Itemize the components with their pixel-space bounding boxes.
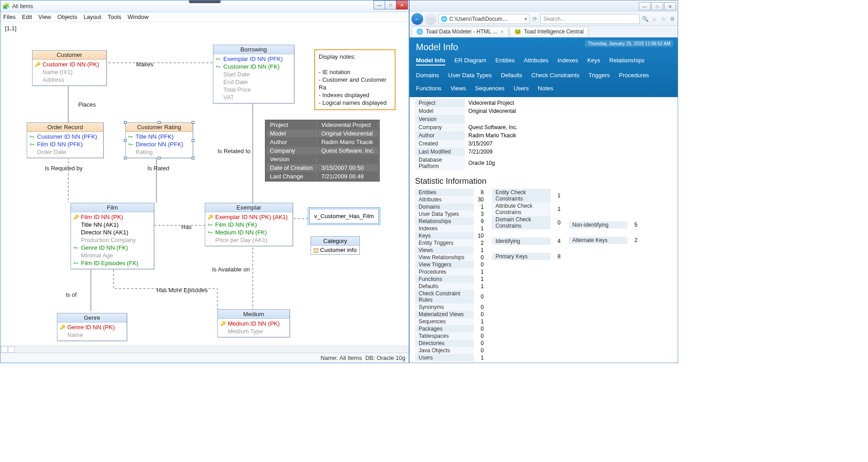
attribute: Director NN (AK1) [73, 229, 152, 236]
tools-icon[interactable]: ⚙ [669, 15, 676, 23]
nav-entities[interactable]: Entities [495, 57, 515, 65]
status-name: All Items [340, 355, 362, 361]
table-row: View Triggers0 [415, 261, 487, 268]
forward-button[interactable]: → [425, 13, 437, 25]
nav-attributes[interactable]: Attributes [524, 57, 548, 65]
report-header: Thursday, January 25, 2018 11:06:52 AM M… [410, 37, 678, 97]
nav-notes[interactable]: Notes [538, 85, 553, 92]
toad-icon: 🐸 [514, 28, 521, 35]
entity-borrowing[interactable]: Borrowing Exemplar ID NN (PFK)Customer I… [213, 45, 294, 103]
nav-functions[interactable]: Functions [416, 85, 441, 92]
browser-min-button[interactable]: — [639, 2, 651, 10]
table-row: Version [415, 115, 672, 123]
menu-objects[interactable]: Objects [57, 14, 77, 20]
ie-icon: 🌐 [441, 16, 448, 22]
entity-body: Title NN (PFK)Director NN (PFK)Rating [126, 132, 193, 158]
nav-users[interactable]: Users [514, 85, 529, 92]
table-row: Sequences1 [415, 318, 487, 325]
close-button[interactable]: ✕ [396, 0, 408, 9]
maximize-button[interactable]: □ [385, 0, 396, 9]
entity-customer-rating[interactable]: Customer Rating Title NN (PFK)Director N… [125, 122, 193, 158]
browser-max-button[interactable]: □ [651, 2, 663, 10]
nav-defaults[interactable]: Defaults [501, 72, 523, 79]
table-row: Database PlatformOracle 10g [415, 156, 672, 170]
fk-key-icon [73, 245, 79, 251]
titlebar[interactable]: 🧩 All Items — □ ✕ [0, 0, 409, 12]
browser-close-button[interactable]: ✕ [664, 2, 676, 10]
entity-film[interactable]: Film Film ID NN (PK)Title NN (AK1)Direct… [71, 203, 154, 269]
back-button[interactable]: ← [411, 13, 423, 25]
entity-body: Customer ID NN (PFK)Film ID NN (PFK)Orde… [27, 132, 103, 158]
diagram-canvas[interactable]: [1,1] .l{stroke:#555;stroke-width:1;fill… [0, 22, 409, 345]
table-row: Entity Check Constraints1 [492, 189, 564, 202]
entity-title: Film [71, 203, 154, 212]
tab-report[interactable]: 🌐 Toad Data Modeler - HTML … × [411, 27, 509, 37]
attribute: End Date [215, 78, 292, 86]
menu-tools[interactable]: Tools [108, 14, 121, 20]
browser-titlebar[interactable]: — □ ✕ [410, 0, 678, 12]
report-timestamp: Thursday, January 25, 2018 11:06:52 AM [585, 40, 673, 47]
blank-key-icon [59, 332, 66, 338]
nav-indexes[interactable]: Indexes [557, 57, 578, 65]
category-item: Customer info [320, 247, 357, 253]
nav-model-info[interactable]: Model Info [416, 57, 445, 65]
category-box[interactable]: Category Customer info [311, 236, 360, 255]
nav-domains[interactable]: Domains [416, 72, 439, 79]
attribute: Genre ID NN (FK) [73, 244, 152, 252]
hscrollbar[interactable] [0, 345, 409, 353]
address-bar[interactable]: 🌐 C:\Users\Toad\Docum… ▾ [439, 14, 529, 24]
table-row: ProjectVideorental Project [415, 99, 672, 107]
minimize-button[interactable]: — [373, 0, 385, 9]
view-name: v_Customer_Has_Film [314, 213, 374, 219]
fk-key-icon [127, 134, 134, 140]
rel-makes: Makes [136, 61, 153, 68]
nav-keys[interactable]: Keys [587, 57, 600, 65]
blank-key-icon [73, 253, 79, 258]
table-row: Last Modified7/21/2009 [415, 148, 672, 156]
attribute: Minimal Age [73, 252, 152, 259]
stats-grid: Entities8Attributes30Domains1User Data T… [415, 189, 672, 363]
favorites-icon[interactable]: ☆ [660, 15, 667, 23]
nav-procedures[interactable]: Procedures [619, 72, 649, 79]
attribute: Exemplar ID NN (PK) (AK1) [207, 213, 291, 221]
menu-files[interactable]: Files [3, 14, 15, 20]
menubar: Files Edit View Objects Layout Tools Win… [0, 12, 409, 22]
entity-title: Customer Rating [126, 123, 193, 132]
table-row: Materialized Views0 [415, 311, 487, 318]
table-row: Identifying4 [492, 238, 564, 245]
modeler-window: 🧩 All Items — □ ✕ Files Edit View Object… [0, 0, 409, 363]
drag-handle[interactable] [189, 0, 221, 3]
view-box[interactable]: v_Customer_Has_Film [308, 207, 380, 225]
entity-exemplar[interactable]: Exemplar Exemplar ID NN (PK) (AK1)Film I… [205, 203, 293, 246]
rel-has: Has [181, 224, 192, 230]
menu-window[interactable]: Window [127, 14, 148, 20]
app-icon: 🧩 [2, 3, 9, 10]
menu-view[interactable]: View [38, 14, 51, 20]
close-icon[interactable]: × [501, 29, 504, 34]
entity-medium[interactable]: Medium Medium ID NN (PK)Medium Type [217, 309, 290, 337]
nav-relationships[interactable]: Relationships [609, 57, 645, 65]
browser-window: — □ ✕ ← → 🌐 C:\Users\Toad\Docum… ▾ ⟳ Sea… [409, 0, 678, 363]
nav-views[interactable]: Views [450, 85, 466, 92]
refresh-button[interactable]: ⟳ [531, 15, 538, 23]
tab-tic[interactable]: 🐸 Toad Intelligence Central [509, 27, 589, 37]
nav-user-data-types[interactable]: User Data Types [448, 72, 492, 79]
attribute: Address [34, 76, 104, 84]
home-icon[interactable]: ⌂ [651, 15, 658, 23]
entity-genre[interactable]: Genre Genre ID NN (PK)Name [57, 313, 127, 341]
search-button[interactable]: 🔍 [642, 15, 649, 23]
entity-order-record[interactable]: Order Record Customer ID NN (PFK)Film ID… [27, 122, 104, 158]
nav-triggers[interactable]: Triggers [589, 72, 610, 79]
menu-edit[interactable]: Edit [22, 14, 32, 20]
nav-er-diagram[interactable]: ER Diagram [454, 57, 486, 65]
nav-check-constraints[interactable]: Check Constraints [532, 72, 580, 79]
attribute: Film ID Episodes (FK) [73, 259, 152, 267]
category-icon [314, 248, 318, 253]
search-box[interactable]: Search... [540, 14, 640, 24]
blank-key-icon [127, 149, 134, 155]
menu-layout[interactable]: Layout [84, 14, 101, 20]
table-row: Views1 [415, 247, 487, 254]
nav-sequences[interactable]: Sequences [475, 85, 505, 92]
entity-customer[interactable]: Customer Customer ID NN (PK)Name (IX1)Ad… [32, 50, 107, 86]
pk-key-icon [220, 321, 226, 327]
